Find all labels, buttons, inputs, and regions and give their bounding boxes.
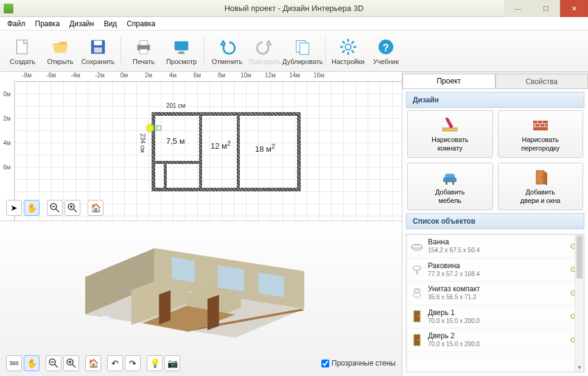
floppy-icon [88, 37, 108, 57]
svg-line-24 [56, 209, 59, 212]
armchair-icon [441, 168, 459, 186]
close-button[interactable]: ✕ [560, 0, 588, 17]
svg-rect-2 [94, 40, 102, 45]
panel-tabs: Проект Свойства [402, 72, 588, 89]
object-row[interactable]: Унитаз компакт35.6 x 56.5 x 71.2 [407, 282, 584, 305]
svg-line-47 [72, 364, 75, 367]
object-row[interactable]: Раковина77.3 x 57.2 x 108.4 [407, 258, 584, 282]
svg-rect-62 [452, 182, 454, 185]
minimize-button[interactable]: — [504, 0, 532, 17]
duplicate-button[interactable]: Дублировать [284, 33, 321, 69]
pan-tool[interactable]: ✋ [24, 200, 40, 216]
light-button[interactable]: 💡 [147, 355, 163, 371]
object-list-scrollbar[interactable]: ▲ ▼ [575, 235, 584, 372]
object-dimensions: 77.3 x 57.2 x 108.4 [428, 271, 566, 278]
svg-rect-3 [94, 47, 102, 52]
ruler-horizontal: -8м-6м-4м-2м0м2м4м6м8м10м12м14м16м [15, 72, 402, 82]
object-row[interactable]: Ванна154.2 x 67.5 x 50.4 [407, 235, 584, 258]
bathtub-icon [410, 239, 424, 253]
scroll-thumb[interactable] [576, 236, 583, 278]
settings-button[interactable]: Настройки [329, 33, 367, 69]
svg-rect-60 [443, 177, 457, 182]
svg-rect-74 [415, 289, 419, 293]
svg-rect-6 [139, 49, 147, 54]
svg-rect-69 [413, 266, 421, 270]
preview-button[interactable]: Просмотр [163, 33, 200, 69]
menu-edit[interactable]: Правка [30, 18, 65, 29]
svg-rect-51 [533, 121, 548, 130]
menu-help[interactable]: Справка [122, 18, 160, 29]
svg-point-42 [100, 316, 111, 321]
zoom-out-button[interactable] [47, 200, 63, 216]
selection-handle[interactable] [156, 126, 161, 130]
save-button[interactable]: Сохранить [79, 33, 117, 69]
svg-line-27 [74, 209, 77, 212]
add-doors-windows-button[interactable]: Добавитьдвери и окна [498, 163, 584, 210]
svg-line-19 [343, 50, 345, 52]
help-icon: ? [376, 37, 396, 57]
menu-file[interactable]: Файл [2, 18, 30, 29]
room-label-2: 12 м2 [211, 140, 231, 151]
object-name: Унитаз компакт [428, 285, 566, 294]
tab-properties[interactable]: Свойства [495, 74, 589, 88]
redo-button[interactable]: Повторить [246, 33, 284, 69]
object-dimensions: 154.2 x 67.5 x 50.4 [428, 247, 566, 255]
svg-line-18 [352, 50, 354, 52]
zoom-out-3d-button[interactable] [46, 355, 61, 371]
home-3d-button[interactable]: 🏠 [85, 355, 101, 371]
object-row[interactable]: Дверь 170.0 x 15.0 x 200.0 [407, 305, 584, 329]
active-handle-icon[interactable] [147, 124, 154, 132]
plan-2d-view[interactable]: -8м-6м-4м-2м0м2м4м6м8м10м12м14м16м 0м2м4… [0, 72, 402, 221]
print-button[interactable]: Печать [125, 33, 163, 69]
draw-partition-button[interactable]: Нарисоватьперегородку [498, 110, 584, 158]
maximize-button[interactable]: ☐ [532, 0, 560, 17]
menu-view[interactable]: Вид [99, 18, 122, 29]
draw-room-button[interactable]: Нарисоватькомнату [407, 110, 493, 158]
door-icon [531, 168, 550, 186]
camera-button[interactable]: 📷 [164, 355, 180, 371]
object-list[interactable]: Ванна154.2 x 67.5 x 50.4Раковина77.3 x 5… [406, 234, 584, 372]
zoom-in-3d-button[interactable] [63, 355, 79, 371]
svg-rect-63 [536, 171, 544, 184]
svg-point-82 [418, 339, 419, 341]
section-design: Дизайн [406, 92, 584, 108]
svg-rect-5 [139, 40, 147, 45]
zoom-in-button[interactable] [65, 200, 80, 216]
brick-wall-icon [531, 116, 550, 134]
section-objects: Список объектов [406, 213, 584, 229]
door-icon [410, 333, 424, 347]
tab-project[interactable]: Проект [402, 74, 495, 88]
transparent-walls-checkbox[interactable]: Прозрачные стены [321, 359, 396, 367]
dimension-width: 201 см [166, 102, 185, 109]
undo-button[interactable]: Отменить [208, 33, 246, 69]
object-row[interactable]: Дверь 270.0 x 15.0 x 200.0 [407, 328, 584, 352]
window-title: Новый проект - Дизайн Интерьера 3D [225, 4, 364, 13]
manual-button[interactable]: ?Учебник [367, 33, 405, 69]
object-name: Дверь 1 [428, 308, 566, 317]
main-toolbar: Создать Открыть Сохранить Печать Просмот… [0, 30, 588, 72]
toolbar-3d: 360 ✋ 🏠 ↶ ↷ 💡 📷 Прозрачные стены [6, 355, 396, 371]
svg-rect-9 [178, 52, 184, 54]
svg-rect-77 [414, 311, 420, 322]
transparent-walls-input[interactable] [321, 360, 329, 367]
door-icon [410, 310, 424, 323]
open-button[interactable]: Открыть [41, 33, 79, 69]
add-furniture-button[interactable]: Добавитьмебель [407, 163, 493, 210]
rotate-left-button[interactable]: ↶ [107, 355, 123, 371]
object-dimensions: 70.0 x 15.0 x 200.0 [428, 341, 566, 349]
room-label-1: 7,5 м [166, 137, 185, 146]
rotate-right-button[interactable]: ↷ [125, 355, 141, 371]
plan-3d-view[interactable]: 360 ✋ 🏠 ↶ ↷ 💡 📷 Прозрачные стены [0, 221, 402, 376]
pan-3d-tool[interactable]: ✋ [24, 355, 40, 371]
svg-marker-38 [258, 272, 284, 297]
floor-plan[interactable]: 7,5 м 12 м2 18 м2 201 см 234 см [152, 100, 301, 191]
pointer-tool[interactable]: ➤ [6, 200, 22, 216]
gear-icon [338, 37, 358, 57]
orbit-tool[interactable]: 360 [6, 355, 22, 371]
create-button[interactable]: Создать [4, 33, 41, 69]
object-dimensions: 70.0 x 15.0 x 200.0 [428, 317, 566, 325]
scroll-down-icon[interactable]: ▼ [575, 363, 584, 372]
svg-rect-7 [175, 41, 189, 50]
home-button[interactable]: 🏠 [88, 200, 103, 216]
menu-design[interactable]: Дизайн [65, 18, 99, 29]
